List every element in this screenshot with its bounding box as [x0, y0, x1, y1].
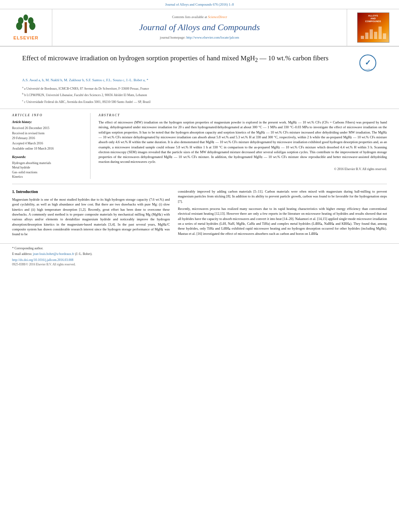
elsevier-label: ELSEVIER: [13, 35, 38, 41]
body-right-column: considerably improved by adding carbon m…: [178, 189, 387, 239]
keyword-1: Hydrogen absorbing materials: [12, 161, 85, 165]
svg-rect-10: [378, 27, 382, 39]
svg-point-3: [16, 22, 22, 30]
corresponding-author-note: * Corresponding author.: [12, 246, 387, 251]
crossmark-badge: ✓ CrossMark: [359, 54, 377, 74]
email-line: E-mail address: jean-louis.bobet@u-borde…: [12, 252, 387, 256]
keyword-3: Gas–solid reactions: [12, 170, 85, 175]
article-info-column: Article info Article history: Received 2…: [12, 113, 90, 179]
svg-rect-6: [361, 36, 364, 39]
elsevier-logo-area: ELSEVIER: [0, 9, 52, 46]
abstract-text: The effect of microwave (MW) irradiation…: [99, 120, 387, 164]
journal-cover-area: ALLOYSANDCOMPOUNDS: [347, 9, 399, 46]
page: Journal of Alloys and Compounds 676 (201…: [0, 0, 399, 532]
keyword-2: Metal hydride: [12, 165, 85, 170]
svg-rect-7: [365, 33, 368, 39]
corresponding-label: * Corresponding author.: [12, 246, 43, 250]
history-label: Article history:: [12, 120, 85, 124]
article-main-title: Effect of microwave irradiation on hydro…: [22, 54, 353, 64]
elsevier-logo: ELSEVIER: [13, 14, 38, 41]
available-online-date: Available online 10 March 2016: [12, 146, 85, 151]
body-right-paragraph-1: considerably improved by adding carbon m…: [178, 189, 387, 204]
section1-title: 1. Introduction: [12, 189, 170, 195]
sciencedirect-prefix: Contents lists available at: [172, 15, 207, 19]
svg-rect-11: [383, 33, 386, 39]
svg-point-0: [23, 14, 28, 21]
article-info-heading: Article info: [12, 113, 85, 117]
cover-chart-icon: [359, 25, 387, 40]
svg-point-4: [29, 22, 35, 30]
article-history: Article history: Received 26 December 20…: [12, 120, 85, 151]
section1-number: 1.: [12, 189, 15, 194]
homepage-prefix: journal homepage:: [160, 35, 186, 39]
journal-title-area: Contents lists available at ScienceDirec…: [52, 9, 347, 46]
section-divider: [12, 184, 387, 184]
sciencedirect-link[interactable]: ScienceDirect: [208, 15, 227, 19]
sciencedirect-line: Contents lists available at ScienceDirec…: [172, 15, 227, 20]
journal-title: Journal of Alloys and Compounds: [139, 21, 260, 34]
journal-reference-text: Journal of Alloys and Compounds 676 (201…: [165, 2, 234, 6]
svg-rect-9: [374, 32, 377, 39]
received-revised-date: Received in revised form29 February 2016: [12, 131, 85, 140]
doi-link[interactable]: http://dx.doi.org/10.1016/j.jallcom.2016…: [12, 258, 74, 262]
body-right-paragraph-2: Recently, microwaves process has realize…: [178, 206, 387, 236]
accepted-date: Accepted 4 March 2016: [12, 141, 85, 146]
journal-reference-bar: Journal of Alloys and Compounds 676 (201…: [0, 0, 399, 9]
authors-line: A.S. Awad a, b, M. Nakhl b, M. Zakhour b…: [0, 78, 399, 83]
svg-text:✓: ✓: [365, 59, 371, 67]
elsevier-tree-icon: [15, 14, 37, 34]
homepage-link[interactable]: http://www.elsevier.com/locate/jalcom: [186, 35, 239, 39]
abstract-column: Abstract The effect of microwave (MW) ir…: [97, 113, 387, 179]
affiliations-block: a a Université de Bordeaux, ICMCB-CNRS, …: [0, 85, 399, 105]
keywords-section: Keywords: Hydrogen absorbing materials M…: [12, 155, 85, 179]
abstract-heading: Abstract: [99, 113, 387, 117]
email-address[interactable]: jean-louis.bobet@u-bordeaux.fr: [33, 252, 74, 256]
svg-rect-5: [25, 22, 27, 33]
affiliation-b: b b LCPM/PR2N, Université Libanaise, Fac…: [22, 92, 377, 98]
svg-rect-8: [370, 29, 373, 39]
affiliation-a: a a Université de Bordeaux, ICMCB-CNRS, …: [22, 85, 377, 91]
body-left-paragraph-1: Magnesium hydride is one of the most stu…: [12, 197, 170, 237]
svg-text:CrossMark: CrossMark: [363, 68, 372, 70]
crossmark-icon: ✓ CrossMark: [359, 54, 377, 72]
keywords-label: Keywords:: [12, 155, 85, 159]
keyword-4: Kinetics: [12, 175, 85, 179]
homepage-line: journal homepage: http://www.elsevier.co…: [160, 35, 239, 40]
issn-line: 0925-8388/© 2016 Elsevier B.V. All right…: [12, 263, 387, 267]
journal-cover-thumbnail: ALLOYSANDCOMPOUNDS: [357, 12, 389, 43]
doi-line: http://dx.doi.org/10.1016/j.jallcom.2016…: [12, 257, 387, 263]
email-label: E-mail address:: [12, 252, 32, 256]
journal-header: ELSEVIER Contents lists available at Sci…: [0, 9, 399, 47]
article-title-block: Effect of microwave irradiation on hydro…: [22, 54, 353, 68]
body-content: 1. Introduction Magnesium hydride is one…: [0, 189, 399, 239]
copyright-line: © 2016 Elsevier B.V. All rights reserved…: [99, 167, 387, 171]
body-left-column: 1. Introduction Magnesium hydride is one…: [12, 189, 170, 239]
email-suffix: (J.-L. Bobet).: [75, 252, 92, 256]
section1-title-text: Introduction: [16, 189, 38, 194]
article-header: Effect of microwave irradiation on hydro…: [0, 47, 399, 78]
info-abstract-area: Article info Article history: Received 2…: [0, 109, 399, 179]
authors-text: A.S. Awad a, b, M. Nakhl b, M. Zakhour b…: [22, 78, 148, 82]
received-date: Received 26 December 2015: [12, 126, 85, 130]
footer-area: * Corresponding author. E-mail address: …: [0, 243, 399, 269]
affiliation-c: c c Universidade Federal do ABC, Avenida…: [22, 99, 377, 105]
